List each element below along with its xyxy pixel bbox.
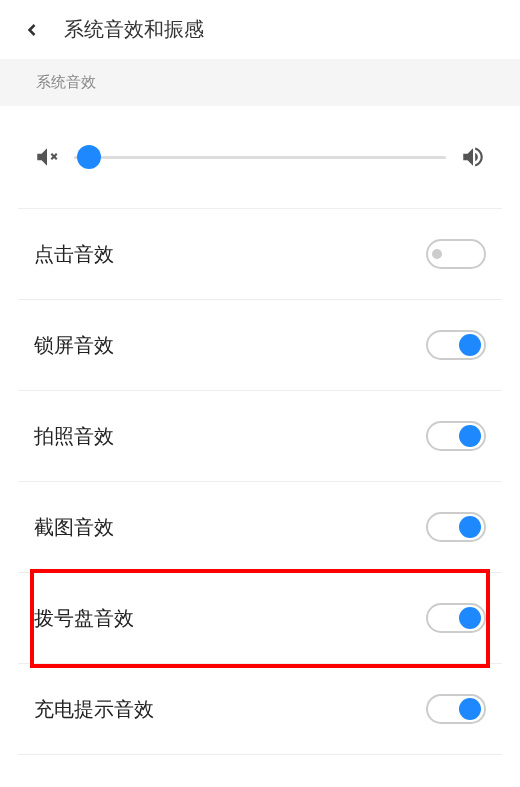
setting-row: 拍照音效: [18, 391, 502, 482]
setting-row: 充电提示音效: [18, 664, 502, 755]
setting-label: 拍照音效: [34, 423, 114, 450]
toggle-switch[interactable]: [426, 330, 486, 360]
volume-mute-icon: [34, 144, 60, 170]
setting-label: 充电提示音效: [34, 696, 154, 723]
setting-label: 拨号盘音效: [34, 605, 134, 632]
volume-slider[interactable]: [74, 156, 446, 159]
toggle-thumb: [432, 249, 442, 259]
setting-row: 锁屏音效: [18, 300, 502, 391]
toggle-switch[interactable]: [426, 239, 486, 269]
toggle-thumb: [459, 698, 481, 720]
setting-row: 点击音效: [18, 209, 502, 300]
toggle-thumb: [459, 516, 481, 538]
back-icon[interactable]: [20, 18, 44, 42]
slider-thumb[interactable]: [77, 145, 101, 169]
toggle-switch[interactable]: [426, 421, 486, 451]
page-title: 系统音效和振感: [64, 16, 204, 43]
toggle-switch[interactable]: [426, 603, 486, 633]
header: 系统音效和振感: [0, 0, 520, 59]
toggle-thumb: [459, 425, 481, 447]
setting-label: 锁屏音效: [34, 332, 114, 359]
setting-label: 截图音效: [34, 514, 114, 541]
volume-max-icon: [460, 144, 486, 170]
setting-label: 点击音效: [34, 241, 114, 268]
content: 点击音效锁屏音效拍照音效截图音效拨号盘音效充电提示音效: [0, 106, 520, 755]
toggle-thumb: [459, 607, 481, 629]
toggle-thumb: [459, 334, 481, 356]
toggle-switch[interactable]: [426, 694, 486, 724]
setting-row: 截图音效: [18, 482, 502, 573]
section-header: 系统音效: [0, 59, 520, 106]
volume-slider-row: [18, 106, 502, 209]
setting-row: 拨号盘音效: [18, 573, 502, 664]
toggle-switch[interactable]: [426, 512, 486, 542]
